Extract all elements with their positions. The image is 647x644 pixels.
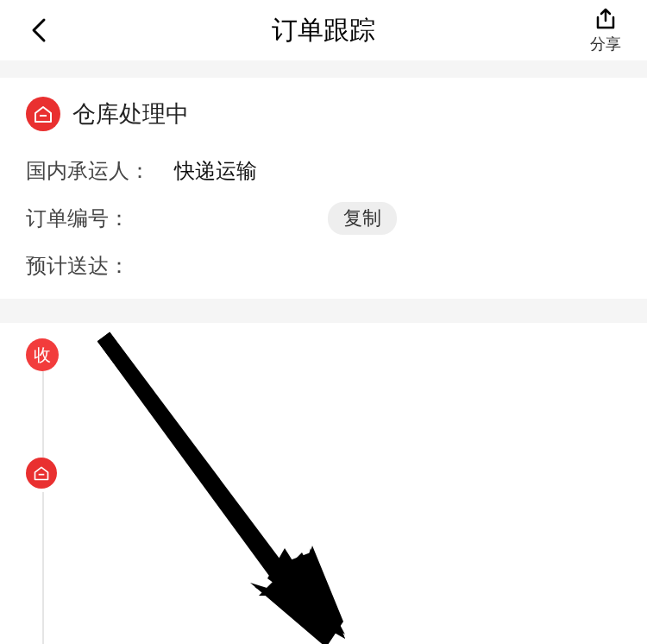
status-text: 仓库处理中 <box>72 98 189 129</box>
back-button[interactable] <box>26 17 52 43</box>
carrier-label: 国内承运人： <box>26 157 150 185</box>
share-icon <box>593 6 619 32</box>
timeline-node-received: 收 <box>26 338 621 371</box>
carrier-row: 国内承运人： 快递运输 <box>26 157 621 185</box>
received-badge: 收 <box>26 338 59 371</box>
copy-button[interactable]: 复制 <box>328 202 397 235</box>
timeline-connector <box>42 492 44 644</box>
order-number-label: 订单编号： <box>26 205 129 232</box>
carrier-value: 快递运输 <box>174 157 257 185</box>
order-number-row: 订单编号： 复制 <box>26 202 621 235</box>
page-title: 订单跟踪 <box>272 13 375 48</box>
warehouse-icon <box>26 97 60 131</box>
order-summary-card: 仓库处理中 国内承运人： 快递运输 订单编号： 复制 预计送达： <box>0 78 647 299</box>
timeline-node-warehouse <box>26 458 621 489</box>
share-button[interactable]: 分享 <box>590 6 621 54</box>
status-row: 仓库处理中 <box>26 97 621 131</box>
share-label: 分享 <box>590 34 621 54</box>
warehouse-icon <box>33 464 50 482</box>
eta-label: 预计送达： <box>26 254 129 277</box>
eta-row: 预计送达： <box>26 252 621 280</box>
warehouse-badge <box>26 458 57 489</box>
timeline-connector <box>42 371 44 458</box>
timeline-section: 收 <box>0 323 647 644</box>
received-badge-text: 收 <box>34 344 51 367</box>
chevron-left-icon <box>31 17 47 43</box>
